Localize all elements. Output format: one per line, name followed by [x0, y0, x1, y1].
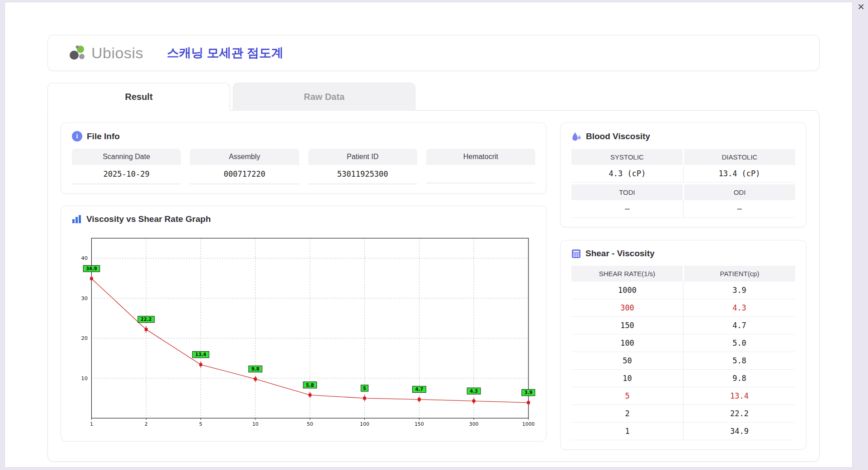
- cell-rate: 150: [571, 317, 683, 334]
- cell-rate: 2: [571, 405, 683, 422]
- svg-text:5: 5: [199, 421, 203, 427]
- content-panel: File Info Scanning Date 2025-10-29 Assem…: [47, 110, 820, 462]
- cell-rate: 100: [571, 334, 683, 352]
- cell-patient: 3.9: [683, 282, 795, 299]
- svg-text:2: 2: [145, 421, 148, 427]
- right-column: Blood Viscosity SYSTOLIC DIASTOLIC 4.3 (…: [560, 122, 807, 450]
- graph-title-text: Viscosity vs Shear Rate Graph: [86, 214, 211, 224]
- col-shear-rate: SHEAR RATE(1/s): [571, 266, 683, 282]
- shear-viscosity-title: Shear - Viscosity: [571, 249, 795, 258]
- table-row: 300 4.3: [571, 299, 795, 317]
- field-scanning-date: Scanning Date 2025-10-29: [72, 149, 181, 184]
- close-icon[interactable]: ×: [857, 2, 865, 11]
- field-value: 000717220: [190, 165, 299, 184]
- tab-result[interactable]: Result: [47, 83, 230, 111]
- cell-patient: 13.4: [683, 387, 795, 404]
- field-label: Scanning Date: [72, 149, 181, 165]
- graph-card: Viscosity vs Shear Rate Graph 1020304012…: [61, 206, 547, 442]
- svg-text:9.8: 9.8: [251, 367, 259, 371]
- table-row: 50 5.8: [571, 352, 795, 370]
- svg-text:100: 100: [360, 421, 369, 427]
- cell-rate: 1: [571, 423, 683, 440]
- tab-bar: Result Raw Data: [47, 83, 820, 111]
- cell-patient: 4.3: [683, 299, 795, 316]
- cell-rate: 1000: [571, 282, 683, 299]
- ubiosis-logo: Ubiosis: [67, 43, 143, 62]
- cell-patient: 9.8: [683, 370, 795, 387]
- svg-text:10: 10: [81, 375, 88, 381]
- col-patient: PATIENT(cp): [684, 266, 795, 282]
- table-row: 1 34.9: [571, 423, 795, 440]
- table-row: 10 9.8: [571, 370, 795, 387]
- app-content: Ubiosis 스캐닝 모세관 점도계 Result Raw Data File…: [5, 2, 852, 462]
- bv-header-systolic: SYSTOLIC: [571, 149, 683, 165]
- bv-value-systolic: 4.3 (cP): [571, 165, 683, 182]
- tab-raw-data[interactable]: Raw Data: [233, 83, 415, 111]
- svg-text:5.8: 5.8: [306, 383, 314, 388]
- bv-header-row-1: SYSTOLIC DIASTOLIC: [571, 149, 795, 165]
- bv-value-todi: –: [571, 200, 683, 217]
- left-column: File Info Scanning Date 2025-10-29 Assem…: [61, 122, 547, 450]
- blood-drop-icon: [571, 131, 581, 142]
- blood-viscosity-card: Blood Viscosity SYSTOLIC DIASTOLIC 4.3 (…: [560, 122, 807, 227]
- viscosity-chart: 102030401251050100150300100034.922.213.4…: [72, 231, 535, 432]
- svg-text:20: 20: [81, 335, 88, 341]
- svg-text:30: 30: [81, 295, 88, 301]
- field-patient-id: Patient ID 53011925300: [308, 149, 417, 184]
- svg-text:300: 300: [469, 421, 479, 427]
- svg-text:40: 40: [81, 255, 88, 261]
- bv-value-odi: –: [683, 200, 795, 217]
- cell-patient: 4.7: [683, 317, 795, 334]
- svg-text:150: 150: [415, 421, 424, 427]
- file-info-title: File Info: [72, 131, 535, 141]
- cell-rate: 50: [571, 352, 683, 369]
- field-hematocrit: Hematocrit: [426, 149, 535, 184]
- cell-rate: 300: [571, 299, 683, 316]
- shear-viscosity-title-text: Shear - Viscosity: [585, 249, 655, 258]
- graph-title: Viscosity vs Shear Rate Graph: [72, 214, 535, 224]
- svg-text:22.2: 22.2: [141, 317, 152, 322]
- svg-text:10: 10: [252, 421, 259, 427]
- field-value: [426, 165, 535, 183]
- shear-viscosity-card: Shear - Viscosity SHEAR RATE(1/s) PATIEN…: [560, 240, 807, 450]
- file-info-fields: Scanning Date 2025-10-29 Assembly 000717…: [72, 149, 535, 184]
- blood-viscosity-title: Blood Viscosity: [571, 131, 795, 142]
- table-row: 2 22.2: [571, 405, 795, 423]
- cell-rate: 10: [571, 370, 683, 387]
- cell-patient: 5.0: [683, 334, 795, 352]
- table-grid-icon: [571, 249, 581, 258]
- bv-header-diastolic: DIASTOLIC: [684, 149, 795, 165]
- svg-text:4.3: 4.3: [470, 389, 478, 394]
- field-label: Patient ID: [308, 149, 417, 165]
- ubiosis-logo-icon: [67, 43, 88, 62]
- table-row: 150 4.7: [571, 317, 795, 334]
- svg-text:1000: 1000: [522, 421, 535, 427]
- bv-header-odi: ODI: [684, 184, 795, 200]
- field-value: 2025-10-29: [72, 165, 181, 184]
- app-header: Ubiosis 스캐닝 모세관 점도계: [47, 35, 820, 71]
- svg-text:4.7: 4.7: [415, 387, 423, 392]
- field-label: Assembly: [190, 149, 299, 165]
- bv-header-row-2: TODI ODI: [571, 184, 795, 200]
- svg-text:13.4: 13.4: [195, 352, 207, 357]
- table-row: 1000 3.9: [571, 282, 795, 299]
- bv-header-todi: TODI: [571, 184, 683, 200]
- cell-rate: 5: [571, 387, 683, 404]
- field-label: Hematocrit: [426, 149, 535, 165]
- svg-text:3.9: 3.9: [524, 390, 533, 395]
- shear-table-header: SHEAR RATE(1/s) PATIENT(cp): [571, 266, 795, 282]
- table-row: 100 5.0: [571, 334, 795, 352]
- page-title: 스캐닝 모세관 점도계: [167, 45, 283, 61]
- svg-text:5: 5: [363, 386, 366, 391]
- bar-chart-icon: [72, 215, 82, 224]
- svg-text:34.9: 34.9: [86, 266, 97, 271]
- cell-patient: 22.2: [683, 405, 795, 422]
- field-value: 53011925300: [308, 165, 417, 184]
- blood-viscosity-title-text: Blood Viscosity: [586, 132, 650, 141]
- info-icon: [72, 131, 82, 141]
- file-info-card: File Info Scanning Date 2025-10-29 Assem…: [61, 122, 547, 194]
- cell-patient: 5.8: [683, 352, 795, 369]
- svg-text:1: 1: [90, 421, 93, 427]
- table-row: 5 13.4: [571, 387, 795, 405]
- bv-value-diastolic: 13.4 (cP): [683, 165, 795, 182]
